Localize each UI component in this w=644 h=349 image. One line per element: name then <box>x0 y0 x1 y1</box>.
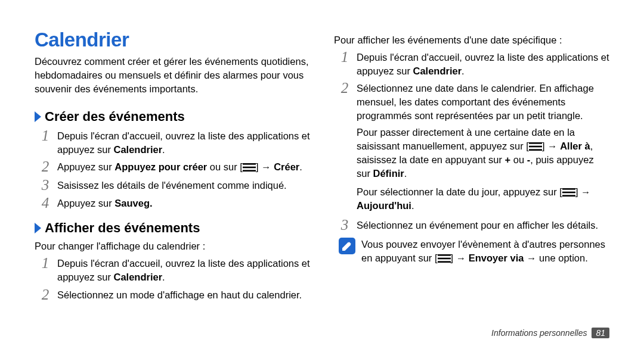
subheading-view: Afficher des événements <box>35 220 310 236</box>
step-1: 1 Depuis l'écran d'accueil, ouvrez la li… <box>35 255 310 284</box>
note-pencil-icon <box>339 238 355 254</box>
step-3: 3 Saisissez les détails de l'événement c… <box>35 177 310 193</box>
step-1: 1 Depuis l'écran d'accueil, ouvrez la li… <box>334 49 609 78</box>
subheading-create: Créer des événements <box>35 109 310 124</box>
svg-rect-3 <box>529 142 542 144</box>
step-number: 1 <box>39 128 51 144</box>
svg-rect-2 <box>243 170 256 172</box>
page-title: Calendrier <box>35 29 310 51</box>
step-1: 1 Depuis l'écran d'accueil, ouvrez la li… <box>35 128 310 157</box>
step-number: 3 <box>339 217 351 233</box>
svg-rect-5 <box>529 149 542 151</box>
step-body: Saisissez les détails de l'événement com… <box>57 177 310 192</box>
left-column: Calendrier Découvrez comment créer et gé… <box>35 29 310 332</box>
step-body: Sélectionnez un événement pour en affich… <box>357 217 609 232</box>
steps-view: 1 Depuis l'écran d'accueil, ouvrez la li… <box>35 255 310 304</box>
svg-rect-8 <box>562 195 575 197</box>
steps-create: 1 Depuis l'écran d'accueil, ouvrez la li… <box>35 128 310 213</box>
lead-text: Pour changer l'affichage du calendrier : <box>35 239 310 253</box>
chevron-right-icon <box>35 111 41 122</box>
menu-icon <box>438 254 451 263</box>
manual-page: Calendrier Découvrez comment créer et gé… <box>0 0 644 349</box>
step-number: 1 <box>339 49 351 65</box>
note: Vous pouvez envoyer l'évènement à d'autr… <box>334 238 609 265</box>
step-number: 2 <box>39 159 51 174</box>
step-body: Appuyez sur Appuyez pour créer ou sur []… <box>57 159 310 174</box>
lead-text: Pour afficher les événements d'une date … <box>334 33 609 47</box>
step-2: 2 Appuyez sur Appuyez pour créer ou sur … <box>35 159 310 174</box>
step-2-detail-1: Pour passer directement à une certaine d… <box>334 126 609 180</box>
svg-rect-9 <box>438 254 451 256</box>
step-2: 2 Sélectionnez une date dans le calendri… <box>334 80 609 123</box>
page-number: 81 <box>592 328 609 338</box>
menu-icon <box>243 163 256 172</box>
step-number: 2 <box>339 80 351 96</box>
step-2: 2 Sélectionnez un mode d'affichage en ha… <box>35 287 310 303</box>
menu-icon <box>562 188 575 197</box>
step-number: 1 <box>39 255 51 271</box>
step-3: 3 Sélectionnez un événement pour en affi… <box>334 217 609 233</box>
footer-section: Informations personnelles <box>491 328 587 338</box>
step-number: 4 <box>39 195 51 211</box>
subheading-text: Afficher des événements <box>45 220 200 236</box>
step-body: Depuis l'écran d'accueil, ouvrez la list… <box>57 255 310 284</box>
step-body: Appuyez sur Sauveg. <box>57 195 310 210</box>
step-4: 4 Appuyez sur Sauveg. <box>35 195 310 211</box>
svg-rect-4 <box>529 145 542 147</box>
svg-rect-11 <box>438 261 451 263</box>
step-body: Sélectionnez une date dans le calendrier… <box>357 80 609 123</box>
intro-paragraph: Découvrez comment créer et gérer les évé… <box>35 55 310 96</box>
chevron-right-icon <box>35 223 41 233</box>
svg-rect-10 <box>438 258 451 260</box>
svg-rect-7 <box>562 192 575 194</box>
right-column: Pour afficher les événements d'une date … <box>334 29 609 332</box>
step-number: 2 <box>39 287 51 303</box>
step-number: 3 <box>39 177 51 193</box>
steps-specific-date: 1 Depuis l'écran d'accueil, ouvrez la li… <box>334 49 609 235</box>
note-body: Vous pouvez envoyer l'évènement à d'autr… <box>361 238 609 265</box>
step-body: Sélectionnez un mode d'affichage en haut… <box>57 287 310 302</box>
svg-rect-1 <box>243 167 256 169</box>
step-body: Depuis l'écran d'accueil, ouvrez la list… <box>57 128 310 157</box>
svg-rect-6 <box>562 188 575 190</box>
page-footer: Informations personnelles 81 <box>491 328 609 338</box>
subheading-text: Créer des événements <box>45 109 185 124</box>
step-2-detail-2: Pour sélectionner la date du jour, appuy… <box>334 185 609 213</box>
svg-rect-0 <box>243 163 256 165</box>
step-body: Depuis l'écran d'accueil, ouvrez la list… <box>357 49 609 78</box>
menu-icon <box>529 142 542 151</box>
